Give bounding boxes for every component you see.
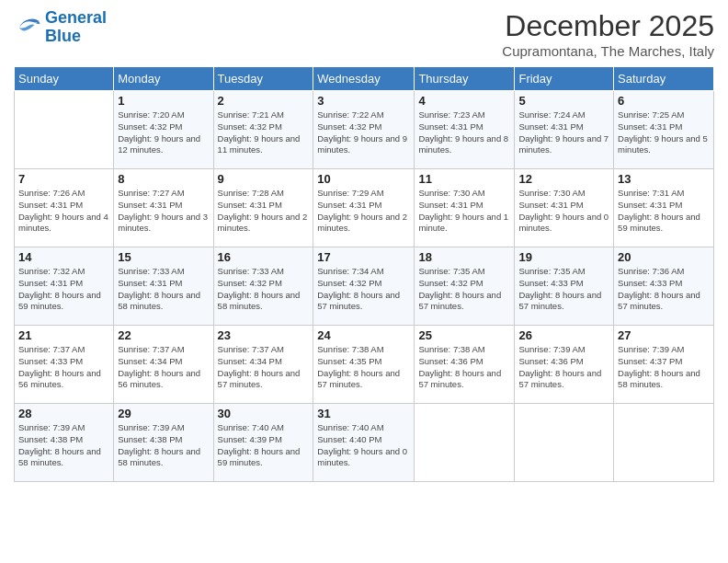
- table-row: 6Sunrise: 7:25 AM Sunset: 4:31 PM Daylig…: [614, 91, 714, 169]
- day-info: Sunrise: 7:39 AM Sunset: 4:38 PM Dayligh…: [118, 422, 209, 469]
- day-number: 18: [418, 250, 510, 264]
- day-number: 25: [418, 328, 510, 342]
- table-row: 20Sunrise: 7:36 AM Sunset: 4:33 PM Dayli…: [614, 247, 714, 326]
- day-info: Sunrise: 7:37 AM Sunset: 4:34 PM Dayligh…: [118, 344, 209, 391]
- day-info: Sunrise: 7:30 AM Sunset: 4:31 PM Dayligh…: [418, 188, 510, 235]
- day-info: Sunrise: 7:33 AM Sunset: 4:31 PM Dayligh…: [118, 266, 209, 313]
- day-number: 9: [218, 172, 310, 186]
- table-row: 1Sunrise: 7:20 AM Sunset: 4:32 PM Daylig…: [114, 91, 213, 169]
- day-info: Sunrise: 7:20 AM Sunset: 4:32 PM Dayligh…: [118, 109, 209, 156]
- day-number: 13: [618, 172, 710, 186]
- header-monday: Monday: [114, 67, 213, 91]
- calendar-week-row: 21Sunrise: 7:37 AM Sunset: 4:33 PM Dayli…: [15, 326, 714, 404]
- table-row: 25Sunrise: 7:38 AM Sunset: 4:36 PM Dayli…: [415, 326, 515, 404]
- day-info: Sunrise: 7:39 AM Sunset: 4:36 PM Dayligh…: [518, 344, 609, 391]
- day-info: Sunrise: 7:30 AM Sunset: 4:31 PM Dayligh…: [518, 188, 609, 235]
- day-number: 10: [317, 172, 410, 186]
- day-info: Sunrise: 7:34 AM Sunset: 4:32 PM Dayligh…: [317, 266, 410, 313]
- table-row: 30Sunrise: 7:40 AM Sunset: 4:39 PM Dayli…: [213, 404, 313, 482]
- day-number: 27: [618, 328, 710, 342]
- table-row: 17Sunrise: 7:34 AM Sunset: 4:32 PM Dayli…: [313, 247, 415, 326]
- title-block: December 2025 Cupramontana, The Marches,…: [502, 9, 714, 59]
- day-number: 2: [218, 94, 310, 108]
- table-row: 18Sunrise: 7:35 AM Sunset: 4:32 PM Dayli…: [415, 247, 515, 326]
- day-number: 16: [218, 250, 310, 264]
- table-row: 19Sunrise: 7:35 AM Sunset: 4:33 PM Dayli…: [515, 247, 614, 326]
- header-thursday: Thursday: [415, 67, 515, 91]
- day-info: Sunrise: 7:36 AM Sunset: 4:33 PM Dayligh…: [618, 266, 710, 313]
- day-info: Sunrise: 7:32 AM Sunset: 4:31 PM Dayligh…: [18, 266, 109, 313]
- day-info: Sunrise: 7:23 AM Sunset: 4:31 PM Dayligh…: [418, 109, 510, 156]
- day-number: 14: [18, 250, 109, 264]
- day-info: Sunrise: 7:28 AM Sunset: 4:31 PM Dayligh…: [218, 188, 310, 235]
- table-row: 24Sunrise: 7:38 AM Sunset: 4:35 PM Dayli…: [313, 326, 415, 404]
- calendar-week-row: 14Sunrise: 7:32 AM Sunset: 4:31 PM Dayli…: [15, 247, 714, 326]
- day-info: Sunrise: 7:21 AM Sunset: 4:32 PM Dayligh…: [218, 109, 310, 156]
- day-info: Sunrise: 7:31 AM Sunset: 4:31 PM Dayligh…: [618, 188, 710, 235]
- day-info: Sunrise: 7:38 AM Sunset: 4:35 PM Dayligh…: [317, 344, 410, 391]
- day-number: 31: [317, 407, 410, 420]
- day-info: Sunrise: 7:25 AM Sunset: 4:31 PM Dayligh…: [618, 109, 710, 156]
- logo-line1: General: [45, 8, 107, 27]
- day-number: 17: [317, 250, 410, 264]
- page: General Blue December 2025 Cupramontana,…: [0, 0, 728, 563]
- table-row: 2Sunrise: 7:21 AM Sunset: 4:32 PM Daylig…: [213, 91, 313, 169]
- table-row: 31Sunrise: 7:40 AM Sunset: 4:40 PM Dayli…: [313, 404, 415, 482]
- table-row: 14Sunrise: 7:32 AM Sunset: 4:31 PM Dayli…: [15, 247, 114, 326]
- table-row: 28Sunrise: 7:39 AM Sunset: 4:38 PM Dayli…: [15, 404, 114, 482]
- day-info: Sunrise: 7:33 AM Sunset: 4:32 PM Dayligh…: [218, 266, 310, 313]
- table-row: 21Sunrise: 7:37 AM Sunset: 4:33 PM Dayli…: [15, 326, 114, 404]
- table-row: [614, 404, 714, 482]
- day-number: 7: [18, 172, 109, 186]
- logo-icon: [14, 14, 41, 41]
- table-row: [415, 404, 515, 482]
- day-number: 23: [218, 328, 310, 342]
- table-row: 11Sunrise: 7:30 AM Sunset: 4:31 PM Dayli…: [415, 169, 515, 247]
- subtitle: Cupramontana, The Marches, Italy: [502, 43, 714, 59]
- table-row: 4Sunrise: 7:23 AM Sunset: 4:31 PM Daylig…: [415, 91, 515, 169]
- header-tuesday: Tuesday: [213, 67, 313, 91]
- day-info: Sunrise: 7:38 AM Sunset: 4:36 PM Dayligh…: [418, 344, 510, 391]
- day-number: 19: [518, 250, 609, 264]
- day-number: 4: [418, 94, 510, 108]
- day-info: Sunrise: 7:22 AM Sunset: 4:32 PM Dayligh…: [317, 109, 410, 156]
- day-number: 26: [518, 328, 609, 342]
- day-info: Sunrise: 7:24 AM Sunset: 4:31 PM Dayligh…: [518, 109, 609, 156]
- table-row: 15Sunrise: 7:33 AM Sunset: 4:31 PM Dayli…: [114, 247, 213, 326]
- day-number: 24: [317, 328, 410, 342]
- logo-line2: Blue: [45, 27, 81, 45]
- day-number: 20: [618, 250, 710, 264]
- logo-text: General Blue: [45, 9, 107, 46]
- day-info: Sunrise: 7:37 AM Sunset: 4:33 PM Dayligh…: [18, 344, 109, 391]
- table-row: 5Sunrise: 7:24 AM Sunset: 4:31 PM Daylig…: [515, 91, 614, 169]
- header-friday: Friday: [515, 67, 614, 91]
- header-saturday: Saturday: [614, 67, 714, 91]
- day-number: 1: [118, 94, 209, 108]
- table-row: [515, 404, 614, 482]
- day-info: Sunrise: 7:26 AM Sunset: 4:31 PM Dayligh…: [18, 188, 109, 235]
- day-info: Sunrise: 7:40 AM Sunset: 4:39 PM Dayligh…: [218, 422, 310, 469]
- main-title: December 2025: [502, 9, 714, 43]
- table-row: 23Sunrise: 7:37 AM Sunset: 4:34 PM Dayli…: [213, 326, 313, 404]
- day-number: 15: [118, 250, 209, 264]
- calendar-week-row: 7Sunrise: 7:26 AM Sunset: 4:31 PM Daylig…: [15, 169, 714, 247]
- header: General Blue December 2025 Cupramontana,…: [14, 9, 714, 59]
- day-number: 29: [118, 407, 209, 420]
- day-info: Sunrise: 7:29 AM Sunset: 4:31 PM Dayligh…: [317, 188, 410, 235]
- day-number: 30: [218, 407, 310, 420]
- day-info: Sunrise: 7:35 AM Sunset: 4:32 PM Dayligh…: [418, 266, 510, 313]
- table-row: 9Sunrise: 7:28 AM Sunset: 4:31 PM Daylig…: [213, 169, 313, 247]
- day-info: Sunrise: 7:40 AM Sunset: 4:40 PM Dayligh…: [317, 422, 410, 469]
- table-row: 12Sunrise: 7:30 AM Sunset: 4:31 PM Dayli…: [515, 169, 614, 247]
- day-info: Sunrise: 7:27 AM Sunset: 4:31 PM Dayligh…: [118, 188, 209, 235]
- day-number: 11: [418, 172, 510, 186]
- day-number: 3: [317, 94, 410, 108]
- table-row: 10Sunrise: 7:29 AM Sunset: 4:31 PM Dayli…: [313, 169, 415, 247]
- table-row: 22Sunrise: 7:37 AM Sunset: 4:34 PM Dayli…: [114, 326, 213, 404]
- table-row: 16Sunrise: 7:33 AM Sunset: 4:32 PM Dayli…: [213, 247, 313, 326]
- day-number: 21: [18, 328, 109, 342]
- table-row: 3Sunrise: 7:22 AM Sunset: 4:32 PM Daylig…: [313, 91, 415, 169]
- logo: General Blue: [14, 9, 107, 46]
- day-number: 22: [118, 328, 209, 342]
- day-number: 12: [518, 172, 609, 186]
